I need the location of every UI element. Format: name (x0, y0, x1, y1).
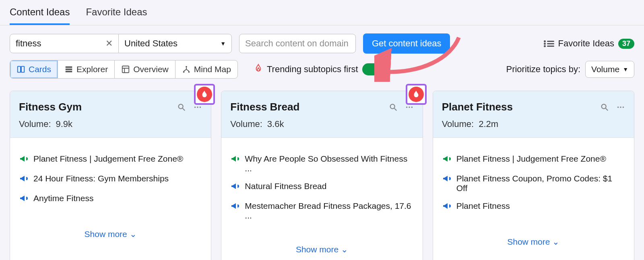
more-icon[interactable] (616, 103, 625, 112)
content-item[interactable]: 24 Hour Fitness: Gym Memberships (19, 174, 202, 185)
clear-keyword-icon[interactable]: ✕ (105, 38, 113, 49)
content-item-text: Planet Fitness | Judgement Free Zone® (456, 154, 606, 164)
content-item[interactable]: Planet Fitness (442, 201, 625, 213)
show-more-label: Show more (507, 237, 550, 247)
view-cards[interactable]: Cards (10, 60, 58, 78)
svg-point-20 (411, 106, 413, 108)
view-explorer[interactable]: Explorer (58, 60, 115, 78)
view-mindmap[interactable]: Mind Map (175, 60, 237, 78)
toolbar: fitness ✕ United States ▼ Search content… (0, 25, 644, 58)
search-icon[interactable] (389, 103, 398, 112)
svg-line-17 (394, 108, 396, 110)
keyword-input[interactable]: fitness ✕ (10, 34, 119, 53)
card-title: Fitness Bread (230, 101, 381, 113)
content-item[interactable]: Mestemacher Bread Fitness Packages, 17.6… (230, 201, 413, 220)
view-cards-label: Cards (29, 64, 51, 74)
overview-icon (121, 65, 130, 74)
chevron-down-icon: ▼ (623, 66, 628, 73)
card-header: Fitness GymVolume:9.9k (10, 91, 211, 138)
content-item[interactable]: Anytime Fitness (19, 193, 202, 205)
card-body: Planet Fitness | Judgement Free Zone®Pla… (433, 138, 634, 229)
volume-value: 9.9k (56, 119, 73, 129)
view-overview-label: Overview (133, 64, 169, 74)
content-item-text: Planet Fitness (456, 201, 510, 211)
show-more-button[interactable]: Show more⌄ (433, 229, 634, 255)
trending-toggle[interactable] (362, 63, 386, 75)
favorite-ideas-label: Favorite Ideas (558, 38, 614, 49)
view-explorer-label: Explorer (76, 64, 108, 74)
card-title: Planet Fitness (442, 101, 593, 113)
content-item[interactable]: Natural Fitness Bread (230, 181, 413, 193)
content-item[interactable]: Why Are People So Obsessed With Fitness … (230, 154, 413, 173)
prioritize-label: Prioritize topics by: (506, 64, 580, 75)
content-item-text: Planet Fitness | Judgement Free Zone® (33, 154, 183, 164)
content-item-text: Planet Fitness Coupon, Promo Codes: $1 O… (456, 174, 625, 193)
svg-rect-3 (66, 69, 72, 70)
svg-rect-0 (18, 67, 21, 73)
prioritize-dropdown[interactable]: Volume ▼ (585, 61, 634, 78)
tab-favorite-ideas[interactable]: Favorite Ideas (86, 6, 147, 25)
svg-point-8 (186, 66, 187, 68)
content-item-text: Why Are People So Obsessed With Fitness … (245, 154, 413, 173)
show-more-button[interactable]: Show more⌄ (10, 221, 211, 247)
content-item[interactable]: Planet Fitness | Judgement Free Zone® (442, 154, 625, 166)
favorite-count-badge: 37 (618, 39, 634, 49)
show-more-label: Show more (85, 229, 127, 239)
chevron-down-icon: ⌄ (341, 245, 348, 254)
search-icon[interactable] (177, 103, 186, 112)
svg-line-12 (183, 108, 185, 110)
svg-rect-1 (21, 67, 24, 73)
trending-badge (406, 84, 427, 105)
search-icon[interactable] (600, 103, 609, 112)
svg-point-23 (617, 106, 619, 108)
prioritize-group: Prioritize topics by: Volume ▼ (506, 61, 634, 78)
svg-point-14 (197, 106, 198, 108)
svg-point-10 (188, 71, 190, 73)
megaphone-icon (19, 193, 29, 205)
domain-search-input[interactable]: Search content on domain (239, 34, 356, 53)
tab-content-ideas[interactable]: Content Ideas (10, 6, 70, 25)
show-more-button[interactable]: Show more⌄ (221, 237, 422, 260)
get-content-ideas-button[interactable]: Get content ideas (363, 33, 450, 54)
megaphone-icon (442, 154, 452, 166)
svg-point-19 (409, 106, 410, 108)
content-item-text: Natural Fitness Bread (245, 181, 326, 191)
svg-rect-5 (122, 66, 129, 73)
show-more-label: Show more (296, 245, 339, 254)
favorite-ideas-link[interactable]: Favorite Ideas 37 (547, 38, 634, 49)
trending-badge (194, 84, 215, 105)
volume-label: Volume: (442, 119, 474, 129)
topic-card: Fitness BreadVolume:3.6kWhy Are People S… (221, 91, 423, 260)
svg-point-16 (390, 104, 394, 108)
topic-card: Fitness GymVolume:9.9kPlanet Fitness | J… (10, 91, 211, 260)
list-icon (547, 41, 554, 47)
explorer-icon (64, 65, 73, 74)
trending-label: Trending subtopics first (267, 64, 358, 75)
topic-card: Planet FitnessVolume:2.2mPlanet Fitness … (433, 91, 634, 260)
svg-point-9 (183, 71, 185, 73)
svg-line-22 (606, 108, 608, 110)
volume-label: Volume: (19, 119, 51, 129)
megaphone-icon (442, 174, 452, 185)
svg-point-21 (602, 104, 606, 108)
flame-icon (254, 64, 263, 75)
content-item-text: 24 Hour Fitness: Gym Memberships (33, 174, 169, 183)
content-item[interactable]: Planet Fitness Coupon, Promo Codes: $1 O… (442, 174, 625, 193)
view-switch: Cards Explorer Overview Mind Map (10, 60, 238, 79)
country-select[interactable]: United States ▼ (119, 34, 231, 53)
content-item[interactable]: Planet Fitness | Judgement Free Zone® (19, 154, 202, 166)
prioritize-value: Volume (591, 64, 619, 74)
view-overview[interactable]: Overview (115, 60, 175, 78)
svg-point-11 (179, 104, 183, 108)
mindmap-icon (182, 65, 191, 74)
card-header: Fitness BreadVolume:3.6k (221, 91, 422, 138)
megaphone-icon (19, 154, 29, 166)
svg-point-15 (200, 106, 201, 108)
megaphone-icon (230, 181, 240, 193)
svg-point-25 (623, 106, 624, 108)
svg-point-13 (194, 106, 196, 108)
keyword-value: fitness (16, 38, 41, 49)
svg-rect-4 (66, 71, 72, 73)
country-value: United States (124, 38, 178, 49)
content-item-text: Anytime Fitness (33, 193, 93, 203)
